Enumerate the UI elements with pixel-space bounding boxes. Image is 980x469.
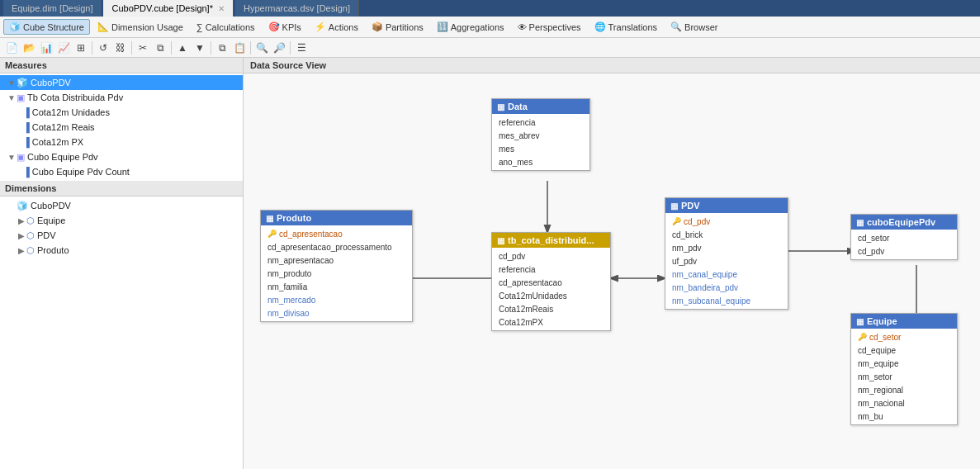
table-equipe-header: ▦ Equipe <box>851 314 957 329</box>
tree-item-cubopdv[interactable]: ▼ 🧊 CuboPDV <box>0 75 243 90</box>
calculations-button[interactable]: ∑ Calculations <box>191 20 261 35</box>
browser-button[interactable]: 🔍 Browser <box>665 19 723 35</box>
expand-icon3[interactable]: ▼ <box>7 153 17 162</box>
tree-item-cubo-equipe[interactable]: ▼ ▣ Cubo Equipe Pdv <box>0 149 243 164</box>
field-pdv-cd-pdv: 🔑cd_pdv <box>665 215 788 228</box>
dim-equipe-icon: ⬡ <box>26 216 35 226</box>
bar-icon3: ▐ <box>23 137 30 147</box>
canvas-area[interactable]: ▦ Data referencia mes_abrev mes ano_mes … <box>244 73 980 467</box>
expand-icon2[interactable]: ▼ <box>7 93 17 102</box>
translations-button[interactable]: 🌐 Translations <box>589 19 664 35</box>
secondary-toolbar: 📄 📂 📊 📈 ⊞ ↺ ⛓ ✂ ⧉ ▲ ▼ ⧉ 📋 🔍 🔎 ☰ <box>0 38 980 58</box>
cube-structure-icon: 🧊 <box>9 21 21 32</box>
copy-icon[interactable]: ⧉ <box>152 40 168 56</box>
perspectives-label: Perspectives <box>529 22 581 32</box>
kpis-button[interactable]: 🎯 KPIs <box>263 19 307 35</box>
tree-item-dim-pdv[interactable]: ▶ ⬡ PDV <box>0 228 243 243</box>
down-icon[interactable]: ▼ <box>192 40 208 56</box>
tree-item-dim-produto[interactable]: ▶ ⬡ Produto <box>0 243 243 258</box>
dim-equipe-label: Equipe <box>37 216 65 225</box>
tab-cubopdv[interactable]: CuboPDV.cube [Design]* ✕ <box>103 0 234 17</box>
tab-equipe[interactable]: Equipe.dim [Design] <box>3 0 102 17</box>
table-cuboequipepdv[interactable]: ▦ cuboEquipePdv cd_setor cd_pdv <box>850 214 958 260</box>
dim-cube-icon: 🧊 <box>17 201 28 211</box>
sep4 <box>211 41 211 54</box>
table-fact-label: tb_cota_distribuid... <box>508 235 594 245</box>
field-pdv-nm-bandeira: nm_bandeira_pdv <box>665 281 788 294</box>
key-icon2: 🔑 <box>672 217 681 225</box>
field-cepdv-cd-setor: cd_setor <box>851 231 957 244</box>
table-fact-header: ▦ tb_cota_distribuid... <box>492 233 610 248</box>
table-equipe[interactable]: ▦ Equipe 🔑cd_setor cd_equipe nm_equipe n… <box>850 313 958 425</box>
field-nm-divisao: nm_divisao <box>261 306 412 320</box>
field-pdv-cd-brick: cd_brick <box>665 228 788 241</box>
chart-bar-icon[interactable]: 📊 <box>38 40 54 56</box>
right-panel: Data Source View <box>244 58 980 469</box>
cota12m-reais-label: Cota12m Reais <box>32 122 95 132</box>
aggregations-button[interactable]: 🔢 Aggregations <box>431 19 510 35</box>
tab-hypermarcas[interactable]: Hypermarcas.dsv [Design] <box>235 0 359 17</box>
cut-icon[interactable]: ✂ <box>135 40 151 56</box>
perspectives-icon: 👁 <box>518 22 527 32</box>
actions-button[interactable]: ⚡ Actions <box>309 19 364 35</box>
measures-tree[interactable]: ▼ 🧊 CuboPDV ▼ ▣ Tb Cota Distribuida Pdv … <box>0 73 243 181</box>
actions-label: Actions <box>329 22 358 32</box>
dimension-usage-label: Dimension Usage <box>111 22 183 32</box>
partitions-icon: 📦 <box>372 21 383 32</box>
zoom-icon[interactable]: 🔍 <box>253 40 270 56</box>
field-mes: mes <box>492 142 589 155</box>
expand-icon[interactable]: ▼ <box>7 78 17 88</box>
table-pdv-body: 🔑cd_pdv cd_brick nm_pdv uf_pdv nm_canal_… <box>665 213 788 309</box>
table-fact[interactable]: ▦ tb_cota_distribuid... cd_pdv referenci… <box>491 232 611 331</box>
table-pdv-header: ▦ PDV <box>665 198 788 213</box>
tree-item-dim-cubopdv[interactable]: 🧊 CuboPDV <box>0 198 243 213</box>
kpis-icon: 🎯 <box>268 21 280 32</box>
list-icon[interactable]: ☰ <box>293 40 310 56</box>
kpis-label: KPIs <box>282 22 301 32</box>
cube-structure-button[interactable]: 🧊 Cube Structure <box>3 19 90 35</box>
tree-item-cota12m-reais[interactable]: ▐ Cota12m Reais <box>0 120 243 135</box>
field-fact-cd-pdv: cd_pdv <box>492 249 610 263</box>
tree-item-tb-cota[interactable]: ▼ ▣ Tb Cota Distribuida Pdv <box>0 90 243 105</box>
sep3 <box>171 41 172 54</box>
page-icon[interactable]: 📋 <box>231 40 248 56</box>
table-data-body: referencia mes_abrev mes ano_mes <box>492 114 589 170</box>
table-cuboequipe-label: cuboEquipePdv <box>867 217 935 227</box>
open-icon[interactable]: 📂 <box>21 40 37 56</box>
expand-dim2[interactable]: ▶ <box>17 216 26 225</box>
tab-close-icon[interactable]: ✕ <box>218 4 225 13</box>
browser-label: Browser <box>684 22 717 32</box>
field-eq-cd-equipe: cd_equipe <box>851 343 957 357</box>
refresh-icon[interactable]: ↺ <box>95 40 111 56</box>
measures-header: Measures <box>0 58 243 73</box>
table-pdv[interactable]: ▦ PDV 🔑cd_pdv cd_brick nm_pdv uf_pdv nm_… <box>665 197 788 310</box>
expand-dim3[interactable]: ▶ <box>17 231 26 240</box>
filter-icon[interactable]: ⧉ <box>214 40 230 56</box>
up-icon[interactable]: ▲ <box>174 40 191 56</box>
dimension-usage-button[interactable]: 📐 Dimension Usage <box>92 19 189 35</box>
table-data[interactable]: ▦ Data referencia mes_abrev mes ano_mes <box>491 98 590 171</box>
field-nm-apres: nm_apresentacao <box>261 253 412 267</box>
zoom2-icon[interactable]: 🔎 <box>271 40 287 56</box>
dimensions-tree[interactable]: 🧊 CuboPDV ▶ ⬡ Equipe ▶ ⬡ PDV ▶ ⬡ Produto <box>0 197 243 469</box>
tree-item-cota12m-px[interactable]: ▐ Cota12m PX <box>0 135 243 149</box>
dim-pdv-icon: ⬡ <box>26 230 35 241</box>
expand-dim4[interactable]: ▶ <box>17 246 26 255</box>
field-cd-apres-proc: cd_apresentacao_processamento <box>261 240 412 253</box>
main-layout: Measures ▼ 🧊 CuboPDV ▼ ▣ Tb Cota Distrib… <box>0 58 980 469</box>
table-data-header: ▦ Data <box>492 99 589 114</box>
table-pdv-label: PDV <box>681 201 700 211</box>
connect-icon[interactable]: ⛓ <box>112 40 129 56</box>
tree-item-dim-equipe[interactable]: ▶ ⬡ Equipe <box>0 213 243 228</box>
perspectives-button[interactable]: 👁 Perspectives <box>512 20 587 35</box>
tree-item-cota12m-un[interactable]: ▐ Cota12m Unidades <box>0 105 243 120</box>
calculations-label: Calculations <box>206 22 255 32</box>
chart-bar2-icon[interactable]: 📈 <box>55 40 72 56</box>
partitions-button[interactable]: 📦 Partitions <box>366 19 429 35</box>
table-produto[interactable]: ▦ Produto 🔑cd_apresentacao cd_apresentac… <box>260 210 413 322</box>
new-icon[interactable]: 📄 <box>3 40 20 56</box>
table-icon3: ▦ <box>497 236 504 245</box>
tree-item-cubo-equipe-count[interactable]: ▐ Cubo Equipe Pdv Count <box>0 164 243 179</box>
grid-icon[interactable]: ⊞ <box>73 40 89 56</box>
table-equipe-label: Equipe <box>867 316 897 326</box>
